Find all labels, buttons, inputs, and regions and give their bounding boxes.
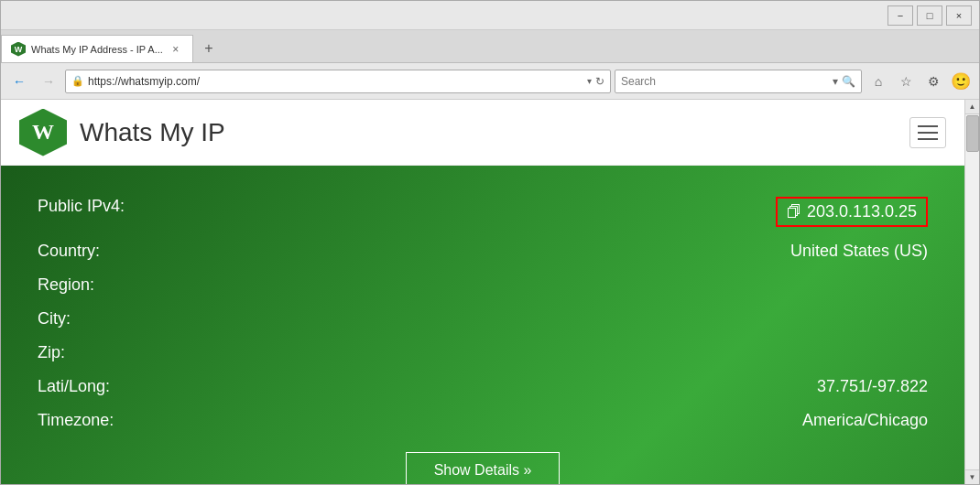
address-bar[interactable]: 🔒 https://whatsmyip.com/ ▾ ↻ [65,70,611,93]
nav-extras: ⌂ ☆ ⚙ 🙂 [866,69,974,94]
browser-window: − □ × W Whats My IP Address - IP A... × … [0,0,980,485]
refresh-button[interactable]: ↻ [595,75,604,88]
hamburger-menu-button[interactable] [909,117,946,148]
back-button[interactable]: ← [6,69,32,94]
lati-long-label: Lati/Long: [38,373,483,400]
home-button[interactable]: ⌂ [866,69,891,94]
timezone-value: America/Chicago [483,407,928,434]
title-bar-buttons: − □ × [887,5,972,26]
tab-bar: W Whats My IP Address - IP A... × + [1,30,979,63]
nav-bar: ← → 🔒 https://whatsmyip.com/ ▾ ↻ ▾ 🔍 ⌂ ☆… [1,63,979,100]
country-label: Country: [38,238,483,264]
show-details-container: Show Details » [38,452,928,484]
lati-long-value: 37.751/-97.822 [483,373,928,400]
city-value [483,306,928,332]
title-bar: − □ × [1,1,979,30]
content-area: W Whats My IP Public IPv4: [1,100,979,484]
settings-button[interactable]: ⚙ [920,69,946,94]
ip-info-section: Public IPv4: 🗍 203.0.113.0.25 Country: U… [1,166,964,484]
region-label: Region: [38,272,483,298]
search-dropdown-icon[interactable]: ▾ [833,75,838,88]
logo-hexagon: W [19,109,67,156]
scroll-down-button[interactable]: ▼ [965,469,980,484]
scroll-up-button[interactable]: ▲ [965,100,980,114]
site-title: Whats My IP [80,118,225,147]
zip-value [483,340,928,366]
page-content: W Whats My IP Public IPv4: [1,100,964,484]
minimize-button[interactable]: − [887,5,913,26]
user-button[interactable]: 🙂 [948,69,974,94]
site-logo: W Whats My IP [19,109,225,156]
timezone-label: Timezone: [38,407,483,434]
region-value [483,272,928,298]
scroll-track[interactable] [965,114,980,469]
show-details-button[interactable]: Show Details » [406,452,561,484]
ip-grid: Public IPv4: 🗍 203.0.113.0.25 Country: U… [38,193,928,434]
ip-address-box[interactable]: 🗍 203.0.113.0.25 [776,197,928,227]
active-tab[interactable]: W Whats My IP Address - IP A... × [1,35,193,62]
lock-icon: 🔒 [71,75,84,87]
copy-icon[interactable]: 🗍 [787,204,801,221]
address-dropdown-icon[interactable]: ▾ [587,76,592,86]
public-ipv4-value: 🗍 203.0.113.0.25 [483,193,928,231]
forward-button[interactable]: → [36,69,61,94]
scrollbar[interactable]: ▲ ▼ [964,100,979,484]
logo-letter: W [32,120,54,145]
search-icon[interactable]: 🔍 [842,75,855,88]
hamburger-line-2 [918,132,938,134]
public-ipv4-label: Public IPv4: [38,193,483,231]
maximize-button[interactable]: □ [917,5,942,26]
hamburger-line-1 [918,125,938,127]
scroll-thumb[interactable] [966,115,979,152]
tab-title: Whats My IP Address - IP A... [31,44,163,55]
new-tab-button[interactable]: + [195,35,223,62]
ip-address-text: 203.0.113.0.25 [807,202,917,221]
search-input[interactable] [621,75,829,88]
ip-highlight-box: 🗍 203.0.113.0.25 [483,197,928,227]
site-header: W Whats My IP [1,100,964,166]
country-value: United States (US) [483,238,928,264]
favorites-button[interactable]: ☆ [893,69,919,94]
tab-favicon: W [11,42,26,57]
tab-close-button[interactable]: × [169,42,183,57]
close-button[interactable]: × [946,5,972,26]
search-bar[interactable]: ▾ 🔍 [615,70,862,93]
zip-label: Zip: [38,340,483,366]
hamburger-line-3 [918,138,938,140]
address-text: https://whatsmyip.com/ [88,75,583,88]
city-label: City: [38,306,483,332]
